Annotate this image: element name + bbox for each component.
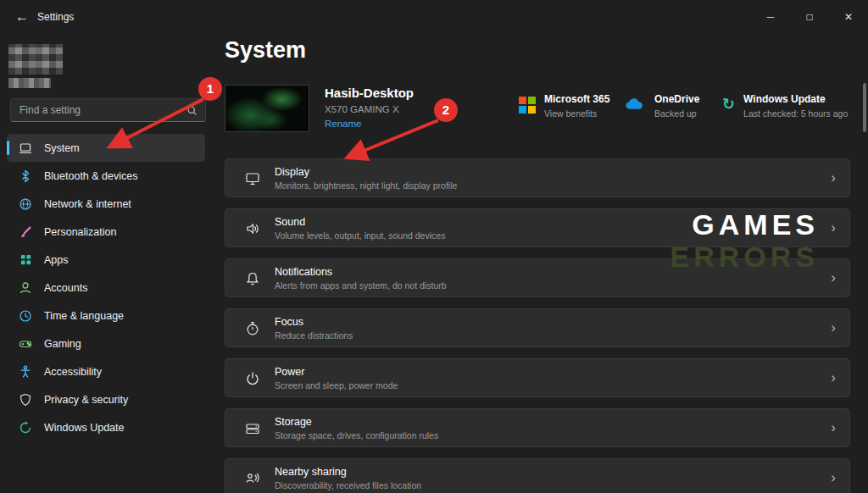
row-description: Discoverability, received files location (275, 480, 421, 490)
paintbrush-icon (19, 225, 32, 239)
sidebar-item-apps[interactable]: Apps (7, 246, 205, 274)
update-refresh-icon: ↻ (722, 97, 735, 112)
display-icon (245, 171, 260, 186)
row-power[interactable]: Power Screen and sleep, power mode › (225, 358, 850, 397)
gamepad-icon (19, 337, 32, 351)
row-storage[interactable]: Storage Storage space, drives, configura… (225, 408, 850, 447)
sidebar-item-accounts[interactable]: Accounts (7, 274, 205, 302)
card-subtitle: Last checked: 5 hours ago (743, 108, 848, 119)
sidebar-item-label: Network & internet (44, 198, 131, 210)
onedrive-cloud-icon (625, 97, 646, 110)
row-description: Volume levels, output, input, sound devi… (275, 230, 445, 241)
row-label: Storage (275, 416, 312, 428)
bluetooth-icon (19, 169, 32, 183)
bell-icon (245, 271, 260, 286)
window-controls: ─ □ ✕ (751, 0, 868, 34)
sidebar-item-label: System (44, 142, 80, 154)
power-icon (245, 371, 260, 386)
scrollbar-thumb[interactable] (863, 83, 866, 132)
sidebar-item-windows-update[interactable]: Windows Update (7, 413, 205, 441)
system-icon (19, 141, 32, 155)
sidebar-item-gaming[interactable]: Gaming (7, 330, 205, 357)
device-thumbnail (225, 85, 309, 132)
close-button[interactable]: ✕ (829, 0, 868, 34)
annotation-number-2: 2 (442, 102, 449, 117)
sidebar-item-label: Windows Update (44, 422, 125, 434)
sidebar-item-label: Apps (44, 254, 69, 266)
sidebar-item-label: Accounts (44, 282, 87, 294)
windows-update-card[interactable]: ↻ Windows Update Last checked: 5 hours a… (722, 93, 848, 119)
sidebar-item-personalization[interactable]: Personalization (7, 218, 205, 246)
device-model: X570 GAMING X (325, 104, 399, 114)
chevron-right-icon: › (831, 169, 836, 186)
search-input[interactable] (11, 104, 186, 116)
annotation-circle-2 (434, 98, 458, 122)
row-description: Monitors, brightness, night light, displ… (275, 180, 457, 191)
sidebar-item-label: Bluetooth & devices (44, 170, 138, 182)
row-description: Storage space, drives, configuration rul… (275, 430, 438, 440)
person-icon (19, 281, 32, 295)
annotation-arrow-2 (349, 120, 438, 157)
app-title: Settings (37, 0, 74, 34)
maximize-button[interactable]: □ (790, 0, 829, 34)
nearby-sharing-icon (245, 471, 260, 486)
search-box[interactable] (10, 98, 206, 122)
row-label: Notifications (275, 266, 332, 278)
chevron-right-icon: › (831, 319, 836, 336)
row-label: Power (275, 366, 304, 378)
row-description: Screen and sleep, power mode (275, 380, 398, 391)
chevron-right-icon: › (831, 269, 836, 286)
clock-icon (19, 309, 32, 323)
page-title: System (225, 37, 306, 64)
sidebar-item-privacy-security[interactable]: Privacy & security (7, 385, 205, 413)
row-sound[interactable]: Sound Volume levels, output, input, soun… (225, 208, 850, 247)
sidebar-item-label: Accessibility (44, 366, 102, 378)
row-nearby-sharing[interactable]: Nearby sharing Discoverability, received… (225, 458, 850, 493)
row-label: Focus (275, 316, 303, 328)
update-arrows-icon (19, 421, 32, 435)
sidebar-item-time-language[interactable]: Time & language (7, 302, 205, 330)
avatar[interactable] (8, 44, 63, 75)
chevron-right-icon: › (831, 369, 836, 386)
globe-icon (19, 197, 32, 211)
sidebar-item-system[interactable]: System (7, 134, 205, 162)
focus-timer-icon (245, 321, 260, 336)
sidebar-item-label: Personalization (44, 226, 116, 238)
device-name: Hasib-Desktop (325, 86, 414, 100)
row-display[interactable]: Display Monitors, brightness, night ligh… (225, 158, 850, 197)
sidebar-item-label: Gaming (44, 338, 81, 350)
settings-list: Display Monitors, brightness, night ligh… (225, 158, 850, 493)
speaker-icon (245, 221, 260, 236)
minimize-button[interactable]: ─ (751, 0, 790, 34)
row-description: Reduce distractions (275, 330, 353, 341)
row-focus[interactable]: Focus Reduce distractions › (225, 308, 850, 347)
microsoft-365-card[interactable]: Microsoft 365 View benefits (519, 93, 609, 119)
search-icon (186, 105, 198, 116)
accessibility-person-icon (19, 365, 32, 379)
card-title: OneDrive (654, 93, 699, 105)
row-description: Alerts from apps and system, do not dist… (275, 280, 447, 291)
storage-drive-icon (245, 421, 260, 436)
user-name-redacted (8, 78, 51, 88)
sidebar-item-bluetooth-devices[interactable]: Bluetooth & devices (7, 162, 205, 190)
card-subtitle[interactable]: View benefits (544, 108, 609, 119)
rename-link[interactable]: Rename (325, 119, 361, 129)
sidebar-nav: System Bluetooth & devices Network & int… (7, 134, 205, 441)
back-button[interactable]: ← (8, 3, 36, 30)
sidebar-item-label: Time & language (44, 310, 124, 322)
row-label: Sound (275, 216, 305, 228)
onedrive-card[interactable]: OneDrive Backed up (625, 93, 699, 119)
sidebar-item-label: Privacy & security (44, 394, 128, 406)
chevron-right-icon: › (831, 219, 836, 236)
sidebar-item-network-internet[interactable]: Network & internet (7, 190, 205, 218)
row-label: Display (275, 166, 309, 178)
card-title: Windows Update (743, 93, 848, 105)
shield-icon (19, 393, 32, 407)
sidebar-item-accessibility[interactable]: Accessibility (7, 357, 205, 385)
apps-grid-icon (19, 253, 32, 267)
titlebar: ← Settings ─ □ ✕ (0, 0, 868, 34)
row-notifications[interactable]: Notifications Alerts from apps and syste… (225, 258, 850, 297)
chevron-right-icon: › (831, 469, 836, 486)
chevron-right-icon: › (831, 419, 836, 436)
sidebar: System Bluetooth & devices Network & int… (0, 34, 212, 493)
